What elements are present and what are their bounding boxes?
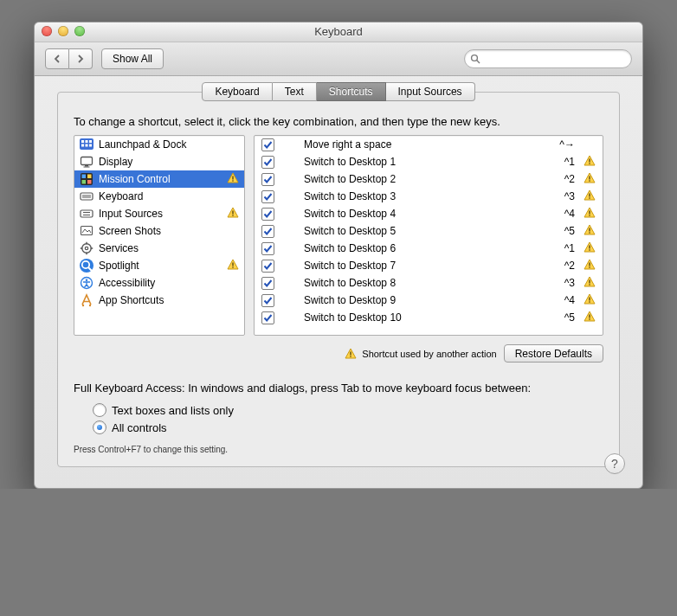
mission-icon	[80, 172, 93, 186]
shortcut-checkbox[interactable]	[261, 277, 274, 290]
fka-option[interactable]: All controls	[93, 419, 603, 436]
shortcut-row[interactable]: Switch to Desktop 7^2	[255, 257, 603, 274]
shortcut-checkbox[interactable]	[261, 311, 274, 324]
svg-rect-60	[589, 297, 590, 300]
svg-rect-10	[85, 165, 88, 167]
svg-rect-54	[589, 245, 590, 248]
minimize-button[interactable]	[58, 26, 68, 36]
shortcut-label: Switch to Desktop 1	[283, 156, 556, 168]
shortcut-key[interactable]: ^→	[559, 138, 575, 151]
category-services[interactable]: Services	[74, 240, 244, 257]
shortcut-checkbox[interactable]	[261, 260, 274, 273]
category-screen-shots[interactable]: Screen Shots	[74, 222, 244, 240]
shortcut-row[interactable]: Switch to Desktop 1^1	[255, 153, 603, 170]
tab-text[interactable]: Text	[273, 82, 317, 101]
tab-input-sources[interactable]: Input Sources	[386, 82, 475, 101]
shortcut-checkbox[interactable]	[261, 190, 274, 203]
svg-rect-18	[232, 180, 233, 181]
shortcut-row[interactable]: Switch to Desktop 5^5	[255, 222, 603, 240]
radio-button[interactable]	[93, 403, 106, 417]
radio-button[interactable]	[93, 420, 106, 434]
svg-rect-48	[589, 193, 590, 196]
window-title: Keyboard	[314, 25, 363, 38]
shortcut-key[interactable]: ^5	[564, 311, 575, 324]
shortcut-row[interactable]: Switch to Desktop 10^5	[255, 309, 603, 326]
fka-option[interactable]: Text boxes and lists only	[93, 401, 603, 419]
svg-rect-45	[589, 163, 590, 164]
help-button[interactable]: ?	[604, 453, 625, 474]
category-accessibility[interactable]: Accessibility	[74, 274, 244, 292]
shortcut-list[interactable]: Move right a space^→Switch to Desktop 1^…	[254, 135, 603, 336]
close-button[interactable]	[42, 26, 52, 36]
shortcut-checkbox[interactable]	[261, 173, 274, 186]
shortcut-key[interactable]: ^1	[564, 242, 575, 254]
warning-icon	[584, 224, 596, 239]
shortcut-checkbox[interactable]	[261, 156, 274, 169]
category-label: Spotlight	[99, 260, 139, 272]
tab-keyboard[interactable]: Keyboard	[202, 82, 272, 101]
svg-rect-63	[589, 318, 590, 319]
shortcut-checkbox[interactable]	[261, 225, 274, 238]
svg-rect-61	[589, 301, 590, 302]
svg-rect-37	[232, 262, 233, 266]
restore-defaults-button[interactable]: Restore Defaults	[504, 344, 603, 363]
svg-rect-55	[589, 249, 590, 250]
shortcut-checkbox[interactable]	[261, 208, 274, 221]
shortcut-row[interactable]: Switch to Desktop 2^2	[255, 170, 603, 188]
shortcut-checkbox[interactable]	[261, 294, 274, 307]
instruction-text: To change a shortcut, select it, click t…	[74, 115, 603, 128]
shortcut-checkbox[interactable]	[261, 138, 274, 151]
shortcut-key[interactable]: ^3	[564, 277, 575, 289]
category-display[interactable]: Display	[74, 153, 244, 170]
shortcut-row[interactable]: Move right a space^→	[255, 136, 603, 153]
category-app-shortcuts[interactable]: App Shortcuts	[74, 292, 244, 309]
warning-icon	[584, 293, 596, 308]
back-button[interactable]	[45, 48, 69, 69]
shortcut-row[interactable]: Switch to Desktop 9^4	[255, 292, 603, 309]
warning-icon	[584, 207, 596, 221]
category-list[interactable]: Launchpad & DockDisplayMission ControlKe…	[74, 135, 245, 336]
warning-icon	[584, 259, 596, 273]
services-icon	[80, 241, 93, 255]
svg-rect-49	[589, 197, 590, 198]
shortcut-key[interactable]: ^3	[564, 190, 575, 202]
warning-icon	[227, 207, 239, 221]
shortcut-label: Switch to Desktop 7	[283, 260, 556, 272]
shortcut-row[interactable]: Switch to Desktop 8^3	[255, 274, 603, 292]
category-keyboard[interactable]: Keyboard	[74, 188, 244, 205]
svg-rect-58	[589, 279, 590, 283]
shortcut-label: Move right a space	[283, 138, 551, 151]
zoom-button[interactable]	[74, 26, 85, 36]
warning-icon	[584, 155, 596, 170]
svg-point-0	[472, 55, 478, 61]
forward-button[interactable]	[69, 48, 93, 69]
shortcut-key[interactable]: ^5	[564, 225, 575, 237]
category-mission-control[interactable]: Mission Control	[74, 170, 244, 188]
full-keyboard-access-heading: Full Keyboard Access: In windows and dia…	[74, 382, 603, 395]
category-input-sources[interactable]: Input Sources	[74, 205, 244, 222]
svg-rect-52	[589, 228, 590, 231]
svg-rect-8	[89, 144, 92, 147]
search-input[interactable]	[484, 52, 626, 66]
shortcut-key[interactable]: ^2	[564, 260, 575, 272]
shortcut-key[interactable]: ^2	[564, 173, 575, 185]
traffic-lights	[42, 26, 85, 36]
shortcut-row[interactable]: Switch to Desktop 6^1	[255, 240, 603, 257]
search-field[interactable]	[464, 49, 632, 68]
show-all-button[interactable]: Show All	[101, 48, 164, 69]
shortcut-checkbox[interactable]	[261, 242, 274, 255]
category-launchpad-dock[interactable]: Launchpad & Dock	[74, 136, 244, 153]
svg-point-29	[85, 247, 87, 249]
shortcut-key[interactable]: ^1	[564, 156, 575, 168]
radio-label: All controls	[112, 421, 167, 434]
svg-rect-47	[589, 180, 590, 181]
tab-shortcuts[interactable]: Shortcuts	[317, 82, 386, 101]
category-spotlight[interactable]: Spotlight	[74, 257, 244, 274]
warning-icon	[227, 259, 239, 273]
shortcut-label: Switch to Desktop 4	[283, 208, 556, 220]
svg-rect-16	[87, 180, 92, 184]
shortcut-row[interactable]: Switch to Desktop 3^3	[255, 188, 603, 205]
shortcut-row[interactable]: Switch to Desktop 4^4	[255, 205, 603, 222]
shortcut-key[interactable]: ^4	[564, 208, 575, 220]
shortcut-key[interactable]: ^4	[564, 294, 575, 306]
